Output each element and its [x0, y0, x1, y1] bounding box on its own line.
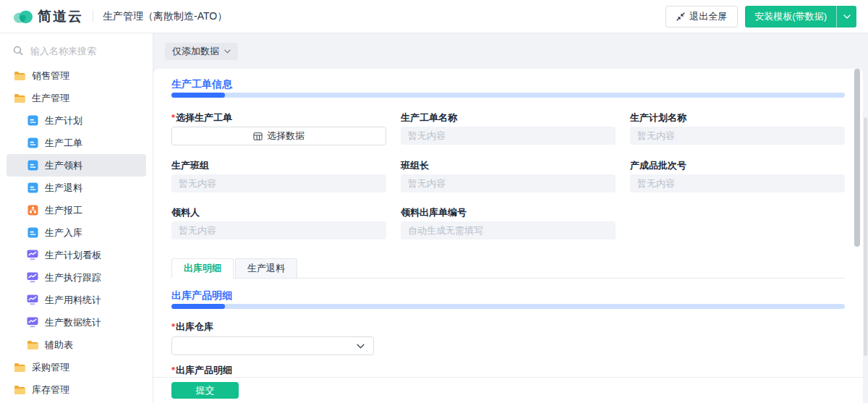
readonly-field-value: 暂无内容: [630, 127, 845, 145]
tab-label: 生产退料: [247, 262, 285, 275]
header-right: 退出全屏 安装模板(带数据): [665, 6, 856, 27]
sidebar-item-label: 生产报工: [45, 204, 82, 217]
main-area: 仅添加数据 生产工单信息 选择生产工单: [153, 33, 868, 403]
sidebar-item-label: 采购管理: [32, 361, 69, 374]
folder-icon: [14, 70, 25, 82]
field-work-order-name: 生产工单名称 暂无内容: [401, 113, 616, 145]
submit-button[interactable]: 提交: [171, 382, 239, 399]
sidebar-item-execution-tracking[interactable]: 生产执行跟踪: [7, 266, 146, 289]
header-left: 简道云 生产管理（离散制造-ATO）: [13, 7, 227, 26]
chevron-down-icon: [224, 49, 231, 54]
sidebar-item-label: 销售管理: [32, 69, 69, 82]
readonly-field-value: 暂无内容: [630, 174, 845, 192]
main-toolbar: 仅添加数据: [153, 33, 868, 69]
field-label: 产成品批次号: [630, 161, 845, 171]
search-icon: [13, 45, 23, 56]
section-progress-bar: [171, 304, 845, 309]
sidebar-item-label: 辅助表: [45, 339, 73, 352]
form-icon: [27, 227, 38, 239]
app-window: 简道云 生产管理（离散制造-ATO） 退出全屏 安装模板(带数据): [0, 0, 868, 403]
install-template-split-button: 安装模板(带数据): [745, 6, 856, 27]
form-icon: [27, 160, 38, 171]
sidebar-item-label: 生产数据统计: [45, 316, 101, 329]
select-data-button[interactable]: 选择数据: [171, 127, 386, 145]
sidebar-item-production-mgmt[interactable]: 生产管理: [7, 87, 146, 109]
data-table-icon: [253, 132, 263, 141]
sidebar-item-label: 生产入库: [45, 226, 82, 239]
sidebar-item-production-data-stats[interactable]: 生产数据统计: [7, 311, 146, 334]
add-data-mode-button[interactable]: 仅添加数据: [165, 43, 238, 60]
field-outbound-no: 领料出库单编号 自动生成无需填写: [401, 208, 616, 239]
sidebar-item-label: 库存管理: [32, 383, 69, 396]
dashboard-icon: [27, 272, 38, 284]
section-progress-fill: [171, 304, 225, 309]
outbound-detail-label: 出库产品明细: [171, 365, 845, 376]
sidebar-item-plan-dashboard[interactable]: 生产计划看板: [7, 244, 146, 266]
detail-tabs: 出库明细 生产退料: [171, 258, 845, 279]
form-panel: 生产工单信息 选择生产工单 选择数据 生产工单名称: [153, 69, 863, 403]
sidebar-item-material-requisition[interactable]: 生产领料: [7, 154, 146, 177]
sidebar-item-label: 生产计划看板: [45, 249, 101, 262]
search-input[interactable]: [29, 45, 140, 57]
tab-production-return[interactable]: 生产退料: [235, 258, 297, 278]
install-template-button[interactable]: 安装模板(带数据): [745, 6, 836, 27]
sidebar-item-material-return[interactable]: 生产退料: [7, 177, 146, 199]
add-data-mode-label: 仅添加数据: [172, 45, 219, 58]
sidebar-item-sales-mgmt[interactable]: 销售管理: [7, 64, 146, 87]
warehouse-select[interactable]: [171, 336, 374, 355]
sidebar-item-label: 生产领料: [45, 159, 82, 172]
readonly-field-value: 暂无内容: [401, 174, 616, 192]
readonly-field-value: 暂无内容: [401, 127, 616, 145]
content-area: 销售管理 生产管理 生产计划 生产工单 生产领料 生产退料: [0, 33, 868, 403]
dashboard-icon: [27, 294, 38, 306]
form-row-spacer: [630, 208, 845, 239]
sidebar-item-purchase-mgmt[interactable]: 采购管理: [7, 356, 146, 378]
top-header: 简道云 生产管理（离散制造-ATO） 退出全屏 安装模板(带数据): [0, 0, 868, 33]
page-title: 生产管理（离散制造-ATO）: [103, 10, 227, 23]
sidebar-item-label: 生产执行跟踪: [45, 271, 101, 284]
sidebar-item-label: 生产退料: [45, 182, 82, 195]
report-icon: [27, 205, 38, 216]
sidebar-item-label: 生产用料统计: [45, 294, 101, 307]
tab-outbound-detail[interactable]: 出库明细: [171, 258, 234, 278]
field-select-work-order: 选择生产工单 选择数据: [171, 113, 386, 145]
page-scrollbar-thumb[interactable]: [864, 117, 867, 356]
folder-icon: [14, 384, 25, 396]
select-data-label: 选择数据: [267, 130, 305, 143]
dashboard-icon: [27, 250, 38, 261]
field-team-leader: 班组长 暂无内容: [401, 161, 616, 192]
content-scrollbar-thumb[interactable]: [854, 69, 860, 247]
form-icon: [27, 137, 38, 149]
sidebar-item-production-plan[interactable]: 生产计划: [7, 109, 146, 132]
readonly-field-value: 暂无内容: [171, 174, 386, 192]
section-title-outbound-product-detail: 出库产品明细: [171, 290, 845, 300]
sidebar-item-label: 生产工单: [45, 137, 82, 150]
form-icon: [27, 182, 38, 194]
readonly-field-value: 自动生成无需填写: [401, 221, 616, 239]
field-plan-name: 生产计划名称 暂无内容: [630, 113, 845, 145]
logo-cloud-icon: [13, 8, 33, 25]
sidebar-item-inventory-mgmt[interactable]: 库存管理: [7, 378, 146, 401]
sidebar-item-auxiliary-tables[interactable]: 辅助表: [7, 334, 146, 356]
sidebar-item-work-report[interactable]: 生产报工: [7, 199, 146, 221]
header-divider: [93, 11, 93, 22]
form-row-1: 选择生产工单 选择数据 生产工单名称 暂无内容 生产计划名称: [171, 113, 845, 145]
form-footer: 提交: [153, 377, 863, 403]
readonly-field-value: 暂无内容: [171, 221, 386, 239]
sidebar-item-production-inbound[interactable]: 生产入库: [7, 221, 146, 244]
install-template-dropdown-button[interactable]: [837, 6, 856, 27]
logo-text: 简道云: [38, 7, 83, 26]
compress-arrows-icon: [676, 12, 685, 21]
sidebar-item-label: 生产管理: [32, 92, 69, 105]
install-template-label: 安装模板(带数据): [754, 10, 827, 23]
field-team: 生产班组 暂无内容: [171, 161, 386, 192]
sidebar-item-material-usage-stats[interactable]: 生产用料统计: [7, 289, 146, 311]
chevron-down-icon: [357, 344, 365, 349]
chevron-down-icon: [843, 14, 851, 19]
field-label: 选择生产工单: [171, 113, 386, 123]
exit-fullscreen-button[interactable]: 退出全屏: [665, 6, 738, 27]
form-icon: [27, 115, 38, 127]
sidebar-item-work-order[interactable]: 生产工单: [7, 132, 146, 154]
sidebar-search: [0, 42, 153, 59]
field-picker: 领料人 暂无内容: [171, 208, 386, 239]
